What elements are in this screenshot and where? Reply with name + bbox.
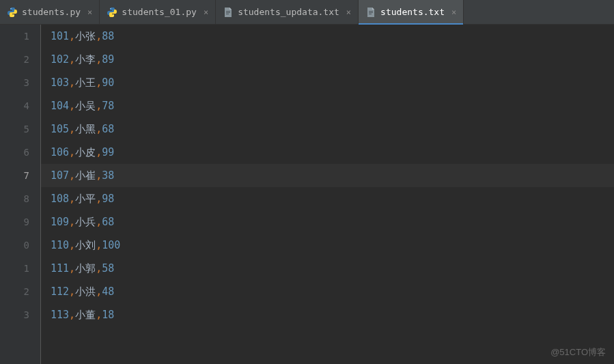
tab-bar: students.py×students_01.py×students_upda… [0, 0, 614, 25]
line-number: 8 [0, 187, 29, 210]
svg-rect-9 [369, 14, 372, 14]
field-score: 68 [102, 216, 114, 228]
tab-students-txt[interactable]: students.txt× [359, 0, 464, 24]
text-line[interactable]: 102,小李,89 [51, 48, 614, 71]
text-line[interactable]: 110,小刘,100 [51, 234, 614, 257]
field-score: 18 [102, 309, 114, 321]
close-icon[interactable]: × [451, 8, 456, 17]
separator: , [69, 262, 75, 275]
tab-label: students.txt [380, 7, 445, 17]
separator: , [96, 309, 102, 321]
gutter: 1234567890123 [0, 25, 41, 364]
field-score: 98 [102, 193, 114, 205]
tab-label: students_updata.txt [238, 7, 339, 17]
svg-rect-4 [226, 11, 230, 12]
separator: , [69, 123, 75, 135]
separator: , [96, 76, 102, 89]
tab-students_updata-txt[interactable]: students_updata.txt× [216, 0, 359, 24]
tab-students_01-py[interactable]: students_01.py× [100, 0, 216, 24]
svg-point-0 [10, 8, 11, 8]
field-score: 89 [102, 53, 114, 66]
separator: , [96, 53, 102, 66]
python-file-icon [107, 7, 117, 18]
field-id: 109 [51, 216, 69, 228]
separator: , [69, 285, 75, 298]
line-number: 1 [0, 257, 29, 280]
field-score: 78 [102, 100, 114, 112]
separator: , [69, 146, 75, 158]
field-id: 106 [51, 146, 69, 158]
separator: , [69, 53, 75, 66]
text-line[interactable]: 112,小洪,48 [51, 280, 614, 303]
watermark: @51CTO博客 [550, 346, 606, 359]
field-id: 110 [51, 239, 69, 251]
field-id: 104 [51, 100, 69, 112]
line-number: 0 [0, 234, 29, 257]
text-line[interactable]: 108,小平,98 [51, 187, 614, 210]
separator: , [69, 30, 75, 42]
field-name: 小张 [75, 30, 96, 42]
field-id: 111 [51, 262, 69, 275]
field-score: 68 [102, 123, 114, 135]
field-score: 88 [102, 30, 114, 42]
text-line[interactable]: 106,小皮,99 [51, 141, 614, 164]
field-id: 107 [51, 169, 69, 182]
field-score: 38 [102, 169, 114, 182]
field-score: 99 [102, 146, 114, 158]
line-number: 3 [0, 303, 29, 326]
separator: , [69, 76, 75, 89]
svg-point-1 [13, 15, 14, 16]
line-number: 5 [0, 117, 29, 141]
tab-label: students_01.py [122, 7, 197, 17]
close-icon[interactable]: × [87, 8, 92, 17]
field-score: 48 [102, 285, 114, 298]
field-score: 90 [102, 76, 114, 89]
field-id: 113 [51, 309, 69, 321]
text-line[interactable]: 104,小吴,78 [51, 94, 614, 117]
text-line[interactable]: 111,小郭,58 [51, 257, 614, 280]
text-line[interactable]: 103,小王,90 [51, 71, 614, 94]
line-number: 1 [0, 25, 29, 48]
svg-point-2 [111, 8, 111, 8]
separator: , [96, 169, 102, 182]
line-number: 2 [0, 280, 29, 303]
field-name: 小兵 [75, 216, 96, 228]
separator: , [96, 123, 102, 135]
field-name: 小黑 [75, 123, 96, 135]
separator: , [96, 239, 102, 251]
svg-point-3 [113, 15, 114, 16]
text-line[interactable]: 107,小崔,38 [41, 164, 614, 187]
close-icon[interactable]: × [346, 8, 351, 17]
field-score: 58 [102, 262, 114, 275]
text-line[interactable]: 113,小董,18 [51, 303, 614, 326]
separator: , [96, 193, 102, 205]
field-id: 105 [51, 123, 69, 135]
editor-content[interactable]: 101,小张,88102,小李,89103,小王,90104,小吴,78105,… [41, 25, 614, 364]
separator: , [69, 193, 75, 205]
field-name: 小洪 [75, 285, 96, 298]
text-line[interactable]: 101,小张,88 [51, 25, 614, 48]
line-number: 9 [0, 210, 29, 234]
separator: , [96, 146, 102, 158]
separator: , [69, 169, 75, 182]
text-line[interactable]: 105,小黑,68 [51, 117, 614, 141]
field-name: 小皮 [75, 146, 96, 158]
field-id: 102 [51, 53, 69, 66]
editor-area: 1234567890123 101,小张,88102,小李,89103,小王,9… [0, 25, 614, 364]
tab-label: students.py [22, 7, 81, 17]
line-number: 2 [0, 48, 29, 71]
field-name: 小崔 [75, 169, 96, 182]
separator: , [96, 216, 102, 228]
svg-rect-6 [226, 14, 229, 14]
field-name: 小吴 [75, 100, 96, 112]
separator: , [96, 30, 102, 42]
separator: , [69, 100, 75, 112]
tab-students-py[interactable]: students.py× [0, 0, 100, 24]
separator: , [69, 239, 75, 251]
field-name: 小刘 [75, 239, 96, 251]
field-id: 103 [51, 76, 69, 89]
separator: , [69, 216, 75, 228]
text-line[interactable]: 109,小兵,68 [51, 210, 614, 234]
field-id: 101 [51, 30, 69, 42]
close-icon[interactable]: × [204, 8, 208, 17]
